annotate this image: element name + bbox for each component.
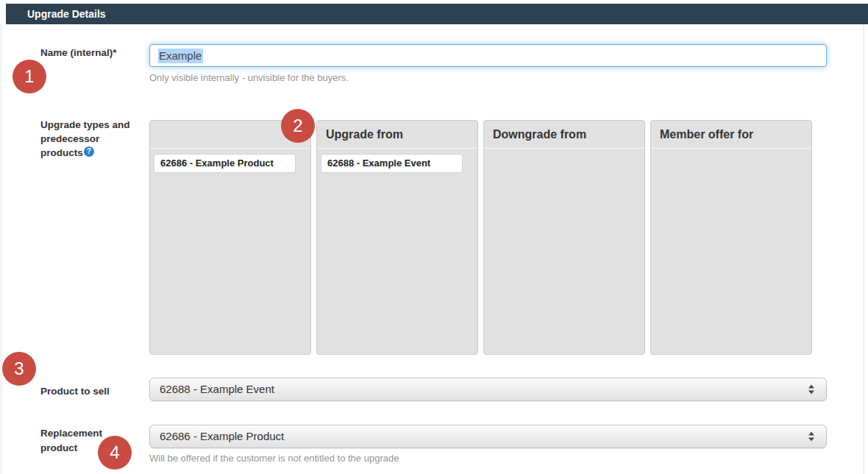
panel-border-left [1, 24, 1, 474]
replacement-product-select[interactable]: 62686 - Example Product [149, 425, 827, 448]
column-member-offer-for-body[interactable] [651, 149, 811, 178]
arrow-down-icon [808, 438, 814, 442]
step-badge-2: 2 [281, 109, 315, 143]
column-upgrade-from-header: Upgrade from [317, 121, 477, 149]
name-input[interactable]: Example [149, 44, 827, 67]
section-title: Upgrade Details [6, 4, 868, 24]
upgrade-types-label-line2: predecessor [40, 132, 151, 146]
column-predecessor-body[interactable]: 62686 - Example Product [150, 149, 310, 178]
arrow-up-icon [808, 432, 814, 436]
product-to-sell-select[interactable]: 62688 - Example Event [149, 378, 827, 401]
upgrade-types-label-line3: products? [40, 146, 151, 160]
help-icon[interactable]: ? [84, 146, 94, 157]
column-downgrade-from-header: Downgrade from [484, 121, 644, 149]
product-to-sell-label: Product to sell [40, 384, 110, 398]
name-label: Name (internal)* [40, 46, 117, 60]
select-arrows-icon [808, 385, 814, 395]
column-downgrade-from[interactable]: Downgrade from [483, 120, 645, 355]
select-arrows-icon [808, 432, 814, 442]
product-to-sell-select-value: 62688 - Example Event [160, 383, 274, 395]
step-badge-4: 4 [98, 436, 132, 470]
product-item[interactable]: 62686 - Example Product [154, 154, 296, 173]
replacement-product-select-value: 62686 - Example Product [160, 430, 284, 442]
replacement-product-label: Replacement product [40, 426, 102, 456]
name-help-text: Only visible internally - unvisible for … [149, 72, 349, 83]
step-badge-3: 3 [2, 352, 36, 386]
section-header: Upgrade Details [6, 4, 868, 24]
column-upgrade-from[interactable]: Upgrade from 62688 - Example Event [316, 120, 478, 355]
column-downgrade-from-body[interactable] [484, 149, 644, 178]
arrow-up-icon [808, 385, 814, 389]
step-badge-1: 1 [13, 60, 46, 93]
arrow-down-icon [808, 391, 814, 395]
column-member-offer-for[interactable]: Member offer for [650, 120, 812, 355]
replacement-product-label-line2: product [40, 441, 102, 456]
replacement-product-label-line1: Replacement [40, 426, 102, 441]
column-member-offer-for-header: Member offer for [651, 121, 811, 149]
upgrade-types-label-line3-text: products [40, 147, 83, 158]
upgrade-types-label-line1: Upgrade types and [40, 118, 151, 132]
column-predecessor[interactable]: 62686 - Example Product [149, 120, 311, 355]
name-input-value: Example [158, 49, 203, 63]
product-item[interactable]: 62688 - Example Event [321, 154, 463, 173]
panel-border-right [864, 24, 864, 474]
upgrade-types-label: Upgrade types and predecessor products? [40, 118, 151, 160]
upgrade-details-page: Upgrade Details 1 2 3 4 Name (internal)*… [0, 0, 868, 474]
column-upgrade-from-body[interactable]: 62688 - Example Event [317, 149, 477, 178]
upgrade-type-columns: 62686 - Example Product Upgrade from 626… [149, 120, 812, 355]
replacement-product-help-text: Will be offered if the customer is not e… [149, 453, 399, 464]
